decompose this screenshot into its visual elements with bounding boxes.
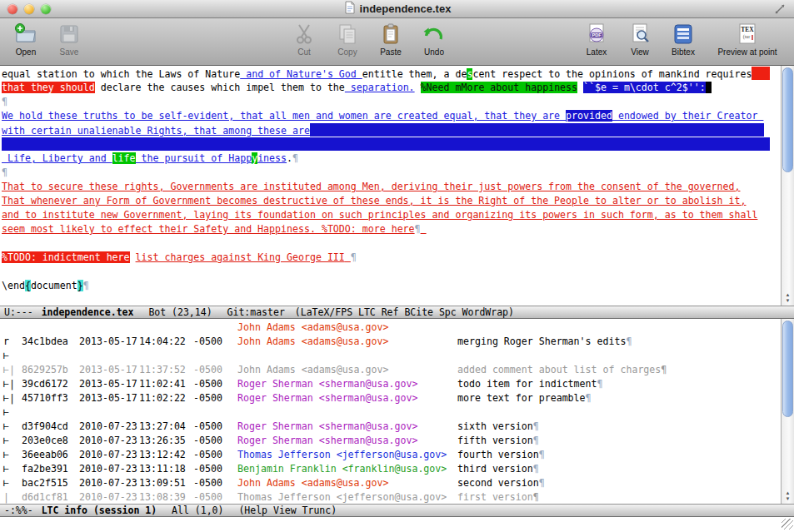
zoom-button[interactable] <box>41 4 51 14</box>
commit-time: 13:08:39 <box>139 490 193 504</box>
commit-time: 13:09:51 <box>139 476 193 490</box>
commit-hash: fa2be391 <box>22 462 79 476</box>
commit-row[interactable]: ⊢36eeab062010-07-2313:12:42-0500Thomas J… <box>0 448 781 462</box>
preview-at-point-button[interactable]: TEX (tur Preview at point <box>707 21 787 57</box>
paste-button[interactable]: Paste <box>372 21 410 57</box>
echo-area[interactable] <box>0 517 794 531</box>
commit-author <box>237 349 457 363</box>
magnifier-icon <box>627 21 652 47</box>
commit-author: Roger Sherman <sherman@usa.gov> <box>237 391 457 405</box>
modeline-position: Bot (23,14) <box>148 306 212 318</box>
latex-pdf-icon: PDF <box>584 21 609 47</box>
bibtex-button[interactable]: Bibtex <box>664 21 702 57</box>
ltc-scrollbar-arrows[interactable]: ▲▼ <box>782 490 794 502</box>
commit-row[interactable]: ⊢203e0ce82010-07-2313:26:35-0500Roger Sh… <box>0 434 781 448</box>
commit-pilcrow: ¶ <box>539 476 545 490</box>
text-segment: separation. <box>345 82 415 93</box>
text-segment: provided <box>566 110 612 122</box>
text-segment: document <box>31 280 77 291</box>
editor-pane[interactable]: equal station to which the Laws of Natur… <box>0 66 794 306</box>
text-segment: } <box>77 280 83 291</box>
change-block <box>310 123 764 137</box>
commit-row[interactable]: |d6d1cf812010-07-2313:08:39-0500Thomas J… <box>0 490 781 504</box>
commit-row[interactable]: ⊢|39cd61722013-05-1711:02:41-0500Roger S… <box>0 377 781 391</box>
undo-button[interactable]: Undo <box>415 21 453 57</box>
bibtex-button-label: Bibtex <box>672 47 695 57</box>
editor-scrollbar[interactable]: ▲▼ <box>781 66 794 306</box>
commit-time: 11:02:22 <box>139 391 193 405</box>
commit-pilcrow: ¶ <box>533 462 539 476</box>
svg-text:(tur: (tur <box>743 34 751 40</box>
commit-row[interactable]: John Adams <adams@usa.gov> <box>0 321 781 335</box>
editor-line: \end{document}¶ <box>2 279 781 293</box>
text-segment: We hold these truths to be self-evident,… <box>2 110 566 122</box>
commit-row[interactable]: ⊢|45710ff32013-05-1711:02:22-0500Roger S… <box>0 391 781 405</box>
editor-line: We hold these truths to be self-evident,… <box>2 109 781 123</box>
undo-button-label: Undo <box>424 47 444 57</box>
commit-time <box>139 405 193 420</box>
modeline-editor: U:--- independence.tex Bot (23,14) Git:m… <box>0 306 794 319</box>
view-button[interactable]: View <box>621 21 659 57</box>
editor-scrollbar-arrows[interactable]: ▲▼ <box>782 292 794 304</box>
commit-date: 2010-07-23 <box>79 490 139 504</box>
commit-date: 2013-05-17 <box>79 377 139 391</box>
text-segment: { <box>25 280 31 291</box>
commit-msg: third version <box>457 462 533 476</box>
editor-line: seem most likely to effect their Safety … <box>2 222 781 236</box>
save-button[interactable]: Save <box>50 21 88 57</box>
copy-button[interactable]: Copy <box>328 21 367 57</box>
cut-button-label: Cut <box>297 47 311 57</box>
commit-author: Thomas Jefferson <jefferson@usa.gov> <box>237 448 457 462</box>
commit-msg: fourth version <box>457 448 539 462</box>
resize-grip-icon[interactable] <box>782 519 793 530</box>
commit-author: Roger Sherman <sherman@usa.gov> <box>237 377 457 391</box>
window-resize-widget[interactable] <box>774 3 786 18</box>
modeline-ltc-position: All (1,0) <box>172 505 223 516</box>
commit-row[interactable]: ⊢fa2be3912010-07-2313:11:18-0500Benjamin… <box>0 462 781 476</box>
editor-line <box>2 265 781 279</box>
commit-tz <box>193 321 237 335</box>
open-button[interactable]: Open <box>7 21 45 57</box>
commit-marker: ⊢| <box>0 363 22 377</box>
cut-button[interactable]: Cut <box>285 21 323 57</box>
ltc-scrollbar[interactable]: ▲▼ <box>781 319 794 504</box>
text-segment: ¶ <box>415 223 421 235</box>
editor-scrollbar-thumb[interactable] <box>782 67 793 172</box>
minimize-button[interactable] <box>24 4 34 14</box>
commit-row[interactable]: ⊢bac2f5152010-07-2313:09:51-0500John Ada… <box>0 476 781 490</box>
commit-date <box>79 321 139 335</box>
latex-button[interactable]: PDF Latex <box>577 21 616 57</box>
ltc-info-pane[interactable]: John Adams <adams@usa.gov>r34c1bdea2013-… <box>0 319 794 504</box>
modeline-ltc: -:%%- LTC info (session 1) All (1,0) (He… <box>0 504 794 517</box>
commit-row[interactable]: ⊢|8629257b2013-05-1711:37:52-0500John Ad… <box>0 363 781 377</box>
commit-row[interactable]: r34c1bdea2013-05-1714:04:22-0500John Ada… <box>0 335 781 349</box>
editor-line: with certain unalienable Rights, that am… <box>2 123 781 137</box>
ltc-scrollbar-thumb[interactable] <box>782 321 793 417</box>
commit-author: John Adams <adams@usa.gov> <box>237 476 457 490</box>
commit-row[interactable]: ⊢ <box>0 349 781 363</box>
editor-line: Life, Liberty and life the pursuit of Ha… <box>2 152 781 166</box>
window-title-text: independence.tex <box>360 2 452 15</box>
close-button[interactable] <box>7 4 17 14</box>
commit-date: 2010-07-23 <box>79 462 139 476</box>
undo-arrow-icon <box>422 21 447 47</box>
editor-line: %TODO: indictment here list charges agai… <box>2 251 781 265</box>
editor-line: equal station to which the Laws of Natur… <box>2 67 781 81</box>
commit-tz: -0500 <box>193 490 237 504</box>
text-segment: and to institute new Government, laying … <box>2 209 757 221</box>
commit-row[interactable]: ⊢d3f904cd2010-07-2313:27:04-0500Roger Sh… <box>0 420 781 434</box>
modeline-minor-modes: (LaTeX/FPS LTC Ref BCite Spc WordWrap) <box>295 306 514 318</box>
text-segment: ¶ <box>351 251 357 263</box>
commit-date: 2013-05-17 <box>79 391 139 405</box>
commit-hash: 8629257b <box>22 363 79 377</box>
commit-hash <box>22 349 79 363</box>
commit-tz <box>193 349 237 363</box>
commit-marker: ⊢| <box>0 377 22 391</box>
open-folder-icon <box>13 21 38 47</box>
commit-author: John Adams <adams@usa.gov> <box>237 363 457 377</box>
commit-date: 2013-05-17 <box>79 335 139 349</box>
title-bar[interactable]: independence.tex <box>0 0 794 18</box>
commit-pilcrow: ¶ <box>626 335 632 349</box>
text-segment: endowed by their Creator <box>612 110 763 122</box>
commit-row[interactable]: ⊢ <box>0 405 781 420</box>
